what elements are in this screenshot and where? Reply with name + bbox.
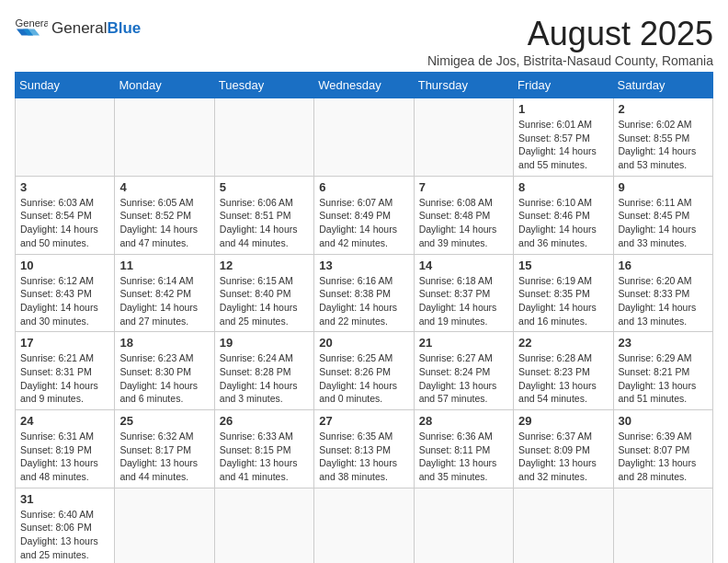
day-number: 15 bbox=[518, 259, 608, 272]
day-info: Sunrise: 6:31 AM Sunset: 8:19 PM Dayligh… bbox=[20, 430, 109, 484]
header: General GeneralBlue August 2025 Nimigea … bbox=[15, 15, 713, 68]
calendar-day-cell: 14Sunrise: 6:18 AM Sunset: 8:37 PM Dayli… bbox=[414, 254, 513, 332]
calendar-day-cell bbox=[314, 98, 414, 177]
calendar-week-row: 17Sunrise: 6:21 AM Sunset: 8:31 PM Dayli… bbox=[16, 332, 713, 410]
svg-text:General: General bbox=[16, 17, 49, 29]
day-number: 30 bbox=[619, 414, 708, 428]
day-number: 21 bbox=[419, 336, 508, 350]
day-info: Sunrise: 6:25 AM Sunset: 8:26 PM Dayligh… bbox=[319, 351, 408, 406]
day-info: Sunrise: 6:35 AM Sunset: 8:13 PM Dayligh… bbox=[319, 430, 408, 484]
day-info: Sunrise: 6:02 AM Sunset: 8:55 PM Dayligh… bbox=[619, 118, 708, 172]
month-title: August 2025 bbox=[427, 15, 713, 53]
col-header-wednesday: Wednesday bbox=[314, 73, 414, 98]
calendar-week-row: 24Sunrise: 6:31 AM Sunset: 8:19 PM Dayli… bbox=[16, 410, 713, 488]
col-header-saturday: Saturday bbox=[613, 73, 712, 98]
title-area: August 2025 Nimigea de Jos, Bistrita-Nas… bbox=[427, 15, 713, 68]
calendar-day-cell bbox=[16, 98, 115, 177]
day-info: Sunrise: 6:07 AM Sunset: 8:49 PM Dayligh… bbox=[319, 196, 408, 250]
calendar-day-cell: 5Sunrise: 6:06 AM Sunset: 8:51 PM Daylig… bbox=[214, 176, 313, 254]
day-number: 16 bbox=[619, 259, 708, 272]
day-info: Sunrise: 6:33 AM Sunset: 8:15 PM Dayligh… bbox=[220, 430, 309, 484]
day-number: 23 bbox=[619, 336, 708, 350]
day-number: 29 bbox=[518, 414, 608, 428]
calendar-day-cell: 1Sunrise: 6:01 AM Sunset: 8:57 PM Daylig… bbox=[514, 98, 613, 177]
calendar-day-cell: 28Sunrise: 6:36 AM Sunset: 8:11 PM Dayli… bbox=[414, 410, 513, 488]
day-number: 25 bbox=[119, 414, 209, 428]
calendar-day-cell: 16Sunrise: 6:20 AM Sunset: 8:33 PM Dayli… bbox=[613, 254, 712, 332]
calendar-day-cell: 3Sunrise: 6:03 AM Sunset: 8:54 PM Daylig… bbox=[16, 176, 115, 254]
col-header-friday: Friday bbox=[514, 73, 613, 98]
day-number: 10 bbox=[20, 259, 109, 272]
day-number: 28 bbox=[419, 414, 508, 428]
day-info: Sunrise: 6:19 AM Sunset: 8:35 PM Dayligh… bbox=[518, 274, 608, 328]
generalblue-logo-icon: General bbox=[15, 15, 48, 40]
day-info: Sunrise: 6:23 AM Sunset: 8:30 PM Dayligh… bbox=[119, 351, 209, 406]
day-number: 11 bbox=[119, 259, 209, 272]
day-info: Sunrise: 6:37 AM Sunset: 8:09 PM Dayligh… bbox=[518, 430, 608, 484]
calendar-day-cell bbox=[613, 488, 712, 563]
calendar-day-cell: 10Sunrise: 6:12 AM Sunset: 8:43 PM Dayli… bbox=[16, 254, 115, 332]
day-info: Sunrise: 6:11 AM Sunset: 8:45 PM Dayligh… bbox=[619, 196, 708, 250]
calendar-day-cell: 19Sunrise: 6:24 AM Sunset: 8:28 PM Dayli… bbox=[214, 332, 313, 410]
calendar-header-row: SundayMondayTuesdayWednesdayThursdayFrid… bbox=[16, 73, 713, 98]
day-info: Sunrise: 6:05 AM Sunset: 8:52 PM Dayligh… bbox=[119, 196, 209, 250]
calendar-day-cell: 2Sunrise: 6:02 AM Sunset: 8:55 PM Daylig… bbox=[613, 98, 712, 177]
logo: General GeneralBlue bbox=[15, 15, 141, 40]
calendar-day-cell: 21Sunrise: 6:27 AM Sunset: 8:24 PM Dayli… bbox=[414, 332, 513, 410]
day-number: 6 bbox=[319, 180, 408, 194]
day-number: 13 bbox=[319, 259, 408, 272]
calendar-week-row: 1Sunrise: 6:01 AM Sunset: 8:57 PM Daylig… bbox=[16, 98, 713, 177]
day-number: 1 bbox=[518, 102, 608, 116]
day-number: 24 bbox=[20, 414, 109, 428]
day-number: 9 bbox=[619, 180, 708, 194]
calendar-day-cell: 31Sunrise: 6:40 AM Sunset: 8:06 PM Dayli… bbox=[16, 488, 115, 563]
calendar-day-cell: 26Sunrise: 6:33 AM Sunset: 8:15 PM Dayli… bbox=[214, 410, 313, 488]
day-number: 2 bbox=[619, 102, 708, 116]
day-number: 8 bbox=[518, 180, 608, 194]
day-info: Sunrise: 6:29 AM Sunset: 8:21 PM Dayligh… bbox=[619, 351, 708, 406]
calendar-day-cell bbox=[115, 488, 214, 563]
calendar-day-cell: 22Sunrise: 6:28 AM Sunset: 8:23 PM Dayli… bbox=[514, 332, 613, 410]
day-number: 22 bbox=[518, 336, 608, 350]
logo-blue: Blue bbox=[107, 19, 141, 37]
day-info: Sunrise: 6:20 AM Sunset: 8:33 PM Dayligh… bbox=[619, 274, 708, 328]
calendar-week-row: 10Sunrise: 6:12 AM Sunset: 8:43 PM Dayli… bbox=[16, 254, 713, 332]
day-info: Sunrise: 6:27 AM Sunset: 8:24 PM Dayligh… bbox=[419, 351, 508, 406]
day-number: 4 bbox=[119, 180, 209, 194]
calendar-day-cell: 18Sunrise: 6:23 AM Sunset: 8:30 PM Dayli… bbox=[115, 332, 214, 410]
calendar-table: SundayMondayTuesdayWednesdayThursdayFrid… bbox=[15, 72, 713, 563]
calendar-day-cell: 9Sunrise: 6:11 AM Sunset: 8:45 PM Daylig… bbox=[613, 176, 712, 254]
day-number: 18 bbox=[119, 336, 209, 350]
logo-general: General bbox=[51, 19, 107, 37]
col-header-thursday: Thursday bbox=[414, 73, 513, 98]
calendar-day-cell bbox=[214, 98, 313, 177]
day-info: Sunrise: 6:08 AM Sunset: 8:48 PM Dayligh… bbox=[419, 196, 508, 250]
day-number: 19 bbox=[220, 336, 309, 350]
calendar-day-cell: 24Sunrise: 6:31 AM Sunset: 8:19 PM Dayli… bbox=[16, 410, 115, 488]
day-number: 27 bbox=[319, 414, 408, 428]
day-info: Sunrise: 6:15 AM Sunset: 8:40 PM Dayligh… bbox=[220, 274, 309, 328]
calendar-day-cell: 12Sunrise: 6:15 AM Sunset: 8:40 PM Dayli… bbox=[214, 254, 313, 332]
day-info: Sunrise: 6:12 AM Sunset: 8:43 PM Dayligh… bbox=[20, 274, 109, 328]
col-header-sunday: Sunday bbox=[16, 73, 115, 98]
day-info: Sunrise: 6:01 AM Sunset: 8:57 PM Dayligh… bbox=[518, 118, 608, 172]
day-info: Sunrise: 6:03 AM Sunset: 8:54 PM Dayligh… bbox=[20, 196, 109, 250]
day-info: Sunrise: 6:40 AM Sunset: 8:06 PM Dayligh… bbox=[20, 508, 109, 562]
calendar-day-cell bbox=[115, 98, 214, 177]
day-info: Sunrise: 6:24 AM Sunset: 8:28 PM Dayligh… bbox=[220, 351, 309, 406]
day-info: Sunrise: 6:21 AM Sunset: 8:31 PM Dayligh… bbox=[20, 351, 109, 406]
calendar-day-cell: 4Sunrise: 6:05 AM Sunset: 8:52 PM Daylig… bbox=[115, 176, 214, 254]
calendar-week-row: 31Sunrise: 6:40 AM Sunset: 8:06 PM Dayli… bbox=[16, 488, 713, 563]
calendar-day-cell: 25Sunrise: 6:32 AM Sunset: 8:17 PM Dayli… bbox=[115, 410, 214, 488]
calendar-week-row: 3Sunrise: 6:03 AM Sunset: 8:54 PM Daylig… bbox=[16, 176, 713, 254]
calendar-day-cell bbox=[514, 488, 613, 563]
day-number: 12 bbox=[220, 259, 309, 272]
calendar-day-cell: 7Sunrise: 6:08 AM Sunset: 8:48 PM Daylig… bbox=[414, 176, 513, 254]
calendar-day-cell bbox=[414, 98, 513, 177]
day-number: 3 bbox=[20, 180, 109, 194]
col-header-tuesday: Tuesday bbox=[214, 73, 313, 98]
calendar-day-cell: 8Sunrise: 6:10 AM Sunset: 8:46 PM Daylig… bbox=[514, 176, 613, 254]
day-info: Sunrise: 6:16 AM Sunset: 8:38 PM Dayligh… bbox=[319, 274, 408, 328]
day-number: 31 bbox=[20, 492, 109, 506]
calendar-day-cell: 13Sunrise: 6:16 AM Sunset: 8:38 PM Dayli… bbox=[314, 254, 414, 332]
